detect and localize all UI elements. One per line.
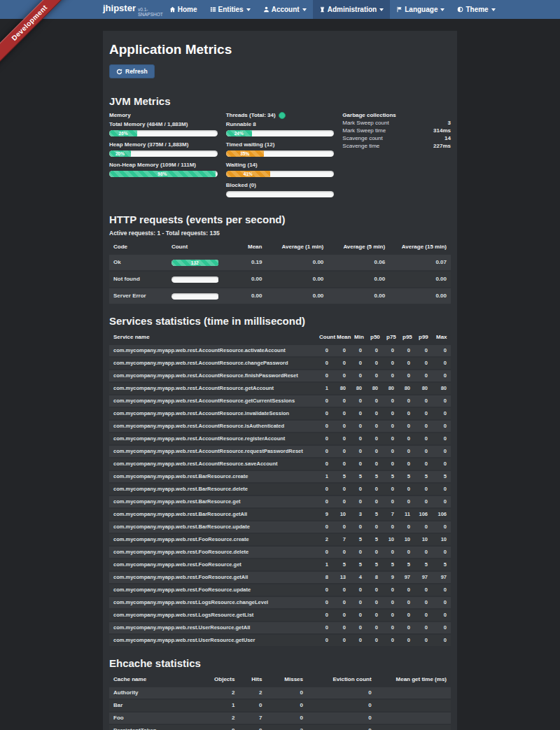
progress-bar: 132 xyxy=(172,260,218,266)
nav-item-administration[interactable]: Administration xyxy=(313,0,391,19)
cell: 0 xyxy=(332,622,350,634)
cell: 1 xyxy=(209,699,239,712)
gc-value: 14 xyxy=(444,134,451,142)
cell: 5 xyxy=(432,470,451,483)
nav-item-language[interactable]: Language xyxy=(390,0,451,19)
progress-bar-fill: 26% xyxy=(109,130,137,136)
nav-item-label: Entities xyxy=(218,6,244,13)
metric-label: Waiting (14) xyxy=(226,162,335,169)
column-header: Service name xyxy=(109,331,315,344)
progress-bar: 24% xyxy=(226,130,335,136)
cell: 9 xyxy=(382,571,398,584)
cell: 5 xyxy=(382,559,398,571)
cell: 0 xyxy=(332,521,350,533)
cell: com.mycompany.myapp.web.rest.AccountReso… xyxy=(109,445,315,458)
cell: 0 xyxy=(307,712,376,724)
cell: 0 xyxy=(414,496,432,508)
cell: 0 xyxy=(382,622,398,634)
metrics-panel: Application Metrics Refresh JVM Metrics … xyxy=(103,31,457,730)
cell: 0 xyxy=(315,395,332,407)
cell: 0.00 xyxy=(389,271,451,288)
table-row: com.mycompany.myapp.web.rest.FooResource… xyxy=(109,584,451,596)
cell: 0 xyxy=(382,483,398,496)
cell: 5 xyxy=(366,470,382,483)
cell: 5 xyxy=(414,470,432,483)
threads-status-icon xyxy=(279,112,286,119)
nav-item-entities[interactable]: Entities xyxy=(204,0,257,19)
cell: 0 xyxy=(350,622,366,634)
metric: Timed waiting (12)35% xyxy=(226,141,335,157)
gc-row: Scavenge count14 xyxy=(342,134,451,142)
cell: 0 xyxy=(432,344,451,357)
table-row: com.mycompany.myapp.web.rest.AccountReso… xyxy=(109,357,451,370)
refresh-label: Refresh xyxy=(125,68,148,75)
cell: 0 xyxy=(382,357,398,370)
cell: 0 xyxy=(414,344,432,357)
cell: 0 xyxy=(366,521,382,533)
metric-label: Blocked (0) xyxy=(226,182,335,189)
nav-item-theme[interactable]: Theme xyxy=(451,0,501,19)
cell xyxy=(376,699,451,712)
table-row: com.mycompany.myapp.web.rest.UserResourc… xyxy=(109,634,451,646)
nav-item-home[interactable]: Home xyxy=(163,0,204,19)
cell: 0 xyxy=(366,370,382,382)
refresh-button[interactable]: Refresh xyxy=(109,64,155,78)
cell: 0 xyxy=(350,370,366,382)
caret-down-icon xyxy=(246,8,251,11)
cell: com.mycompany.myapp.web.rest.AccountReso… xyxy=(109,344,315,357)
cell: 5 xyxy=(332,470,350,483)
cell: 0 xyxy=(307,699,376,712)
cell: 0 xyxy=(414,445,432,458)
cell: 0 xyxy=(366,609,382,622)
cell: 0 xyxy=(366,458,382,470)
nav-item-account[interactable]: Account xyxy=(257,0,313,19)
column-header: Max xyxy=(432,331,451,344)
cell: 0.00 xyxy=(266,271,328,288)
cell: 0 xyxy=(366,420,382,433)
cell: 0 xyxy=(350,433,366,445)
cell: 0 xyxy=(209,724,239,730)
gc-label: Scavenge count xyxy=(342,134,382,142)
cell: 8 xyxy=(366,571,382,584)
cell: 80 xyxy=(366,382,382,395)
cell: 0 xyxy=(332,395,350,407)
cell: 80 xyxy=(332,382,350,395)
cell: 0 xyxy=(414,609,432,622)
page-title: Application Metrics xyxy=(109,42,451,57)
cell: com.mycompany.myapp.web.rest.AccountReso… xyxy=(109,458,315,470)
cell: 0 xyxy=(382,546,398,559)
cell: 0 xyxy=(332,483,350,496)
cell: 0 xyxy=(432,395,451,407)
brand-link[interactable]: jhipster v0.1-SNAPSHOT xyxy=(103,3,163,17)
progress-bar-fill: 98% xyxy=(109,171,216,177)
cell: 0 xyxy=(350,344,366,357)
cell: 0 xyxy=(332,357,350,370)
cell: 80 xyxy=(432,382,451,395)
brand-version: v0.1-SNAPSHOT xyxy=(138,7,163,17)
column-header: Hits xyxy=(239,673,266,687)
cell: 0 xyxy=(366,483,382,496)
progress-bar: 41% xyxy=(226,171,335,177)
refresh-icon xyxy=(116,69,122,75)
table-row: com.mycompany.myapp.web.rest.FooResource… xyxy=(109,546,451,559)
gc-row: Mark Sweep count3 xyxy=(342,119,451,127)
cell: 0 xyxy=(414,622,432,634)
cell: 0.00 xyxy=(218,288,266,304)
progress-bar: 35% xyxy=(226,150,335,157)
cell: 0 xyxy=(350,458,366,470)
cell: 0 xyxy=(350,395,366,407)
header-row: CodeCountMeanAverage (1 min)Average (5 m… xyxy=(109,241,451,254)
cell: 0 xyxy=(414,395,432,407)
cell: com.mycompany.myapp.web.rest.BarResource… xyxy=(109,508,315,521)
cell: PersistentToken xyxy=(109,724,209,730)
cell: 0.00 xyxy=(389,288,451,304)
cell: 0 xyxy=(332,433,350,445)
gc-row: Scavenge time227ms xyxy=(342,142,451,150)
cell: 10 xyxy=(432,533,451,546)
cell: 0 xyxy=(414,357,432,370)
cell: 0 xyxy=(332,546,350,559)
cell: 0 xyxy=(332,344,350,357)
progress-bar: 26% xyxy=(109,130,218,136)
progress-bar-fill: 132 xyxy=(172,260,218,266)
cell: 0 xyxy=(432,370,451,382)
